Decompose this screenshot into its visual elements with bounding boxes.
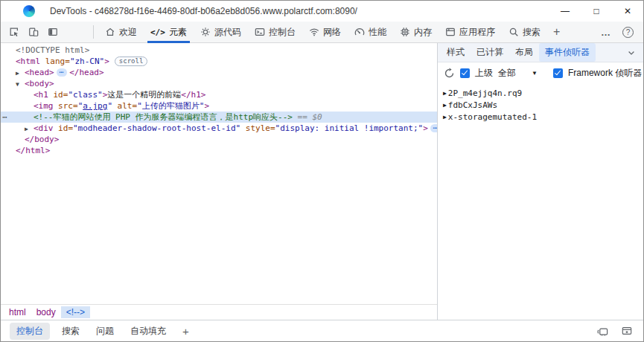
tab-search[interactable]: 搜索 (502, 22, 547, 43)
listener-item[interactable]: ▶x-storagemutated-1 (438, 111, 643, 123)
code-token: > (104, 57, 109, 66)
drawer-tab-自动填充[interactable]: 自动填充 (130, 325, 166, 338)
expand-arrow-icon[interactable]: ▶ (443, 114, 447, 120)
code-token: style (240, 123, 270, 133)
sidebar-tab-事件侦听器[interactable]: 事件侦听器 (539, 43, 596, 62)
drawer-tab-控制台[interactable]: 控制台 (10, 323, 50, 340)
drawer-tab-问题[interactable]: 问题 (96, 325, 114, 338)
listener-filter-select[interactable]: 全部 (498, 67, 516, 80)
tree-line[interactable]: ▶<div id="modheader-shadow-root-host-el-… (1, 123, 437, 134)
devtools-toolbar: 欢迎</>元素源代码控制台网络性能内存应用程序搜索 + … ? (1, 22, 643, 43)
code-token: <body> (25, 79, 54, 88)
device-emulation-button[interactable] (25, 23, 42, 41)
app-icon (445, 27, 456, 37)
listeners-toolbar: 上级 全部 ▼ Framework 侦听器 (438, 62, 643, 83)
expand-quick-view-icon[interactable] (621, 326, 633, 336)
tree-line[interactable]: <h1 id="class">这是一个精明的前端</h1> (1, 89, 437, 100)
ancestors-checkbox[interactable] (460, 68, 470, 78)
code-token: </h1> (181, 90, 205, 100)
tab-performance[interactable]: 性能 (348, 22, 393, 43)
tab-sources[interactable]: 源代码 (194, 22, 248, 43)
breadcrumb: htmlbody<!--> (1, 304, 437, 320)
drawer-tab-strip: 控制台搜索问题自动填充 (10, 323, 182, 340)
tab-sources-label: 源代码 (214, 26, 241, 39)
expand-arrow-icon[interactable]: ▶ (443, 102, 447, 109)
drawer-tab-搜索[interactable]: 搜索 (62, 325, 80, 338)
breadcrumb-item[interactable]: <!--> (61, 306, 90, 318)
panel-tab-strip: 欢迎</>元素源代码控制台网络性能内存应用程序搜索 (98, 22, 547, 43)
customize-drawer-icon[interactable] (596, 326, 609, 337)
window-controls: — □ ✕ (549, 1, 643, 22)
tree-line[interactable]: ▼<body> (1, 78, 437, 89)
code-token: " (107, 101, 112, 111)
add-drawer-tab-button[interactable]: + (182, 325, 189, 338)
collapse-chevron-icon[interactable] (627, 48, 636, 57)
minimize-button[interactable]: — (549, 1, 581, 22)
tab-network[interactable]: 网络 (302, 22, 348, 43)
collapsed-content-chip[interactable]: ⋯ (430, 124, 437, 132)
expand-arrow-icon[interactable]: ▼ (16, 79, 25, 90)
breadcrumb-item[interactable]: body (31, 306, 61, 318)
code-token: <html (16, 57, 40, 66)
sidebar-tab-布局[interactable]: 布局 (509, 43, 539, 62)
dropdown-arrow-icon[interactable]: ▼ (532, 70, 538, 77)
tree-line[interactable]: <img src="a.jpg" alt="上传的牢猫图片"> (1, 100, 437, 112)
expand-arrow-icon[interactable]: ▶ (25, 123, 34, 135)
ancestors-label: 上级 (475, 67, 493, 80)
expand-arrow-icon[interactable]: ▶ (16, 68, 25, 79)
code-token: lang (40, 57, 65, 66)
code-token: id (48, 90, 63, 100)
toolbar-right: … ? (601, 27, 634, 38)
wifi-icon (309, 27, 319, 37)
tab-application[interactable]: 应用程序 (439, 22, 502, 43)
add-panel-button[interactable]: + (547, 25, 566, 39)
breadcrumb-item[interactable]: html (4, 306, 31, 318)
code-token: <div (34, 123, 54, 133)
dock-side-button[interactable] (44, 23, 62, 41)
tab-elements-label: 元素 (169, 26, 187, 39)
dom-tree: <!DOCTYPE html><html lang="zh-CN">scroll… (1, 43, 437, 304)
drawer-right-icons (596, 326, 633, 337)
code-token: = (65, 57, 70, 66)
tab-application-label: 应用程序 (459, 26, 495, 39)
tab-search-label: 搜索 (523, 26, 541, 39)
refresh-icon[interactable] (444, 68, 455, 79)
resource-link[interactable]: a.jpg (83, 101, 107, 111)
tab-welcome[interactable]: 欢迎 (98, 22, 144, 43)
code-token: == $0 (293, 112, 322, 122)
listener-item[interactable]: ▶fdbCxJsAWs (438, 99, 643, 111)
tree-line[interactable]: ▶<head>⋯</head> (1, 67, 437, 78)
code-token: "zh-CN" (70, 57, 104, 66)
maximize-button[interactable]: □ (581, 1, 612, 22)
tree-line[interactable]: </body> (1, 134, 437, 145)
line-menu-icon[interactable]: ⋯ (2, 112, 7, 123)
expand-arrow-icon[interactable]: ▶ (443, 90, 447, 97)
tree-line[interactable]: <!DOCTYPE html> (1, 45, 437, 56)
framework-checkbox[interactable] (553, 68, 563, 78)
tab-console[interactable]: 控制台 (248, 22, 302, 43)
code-token: </html> (16, 146, 50, 155)
gear-icon (200, 27, 211, 37)
sidebar-tab-样式[interactable]: 样式 (441, 43, 471, 62)
toolbar-left-icons (5, 23, 62, 41)
more-options-icon[interactable]: … (601, 27, 611, 38)
tree-line[interactable]: </html> (1, 145, 437, 156)
listener-item[interactable]: ▶2P_m4ejjq4n.rq9 (438, 87, 643, 99)
help-icon[interactable]: ? (622, 27, 634, 38)
close-button[interactable]: ✕ (612, 1, 643, 22)
code-token: <img (34, 101, 54, 111)
inspect-element-button[interactable] (5, 23, 23, 41)
code-token: "上传的牢猫图片" (137, 101, 204, 111)
elements-sidebar: 样式已计算布局事件侦听器 上级 全部 ▼ Framework 侦听器 ▶2P_m… (437, 43, 643, 320)
tab-network-label: 网络 (323, 26, 341, 39)
tree-line[interactable]: <html lang="zh-CN">scroll (1, 56, 437, 67)
tab-memory[interactable]: 内存 (393, 22, 439, 43)
tab-memory-label: 内存 (414, 26, 432, 39)
window-title: DevTools - c468278d-f16e-4469-80df-b06a2… (50, 6, 357, 16)
code-token: <!DOCTYPE html> (16, 45, 89, 55)
tree-line[interactable]: ⋯<!--牢猫的网站使用 PHP 作为服务器端编程语言，是http响应头--> … (1, 112, 437, 123)
code-token: <!--牢猫的网站使用 PHP 作为服务器端编程语言，是http响应头--> (34, 112, 293, 122)
sidebar-tab-已计算[interactable]: 已计算 (471, 43, 509, 62)
tab-elements[interactable]: </>元素 (144, 22, 194, 43)
collapsed-content-chip[interactable]: ⋯ (57, 68, 67, 77)
